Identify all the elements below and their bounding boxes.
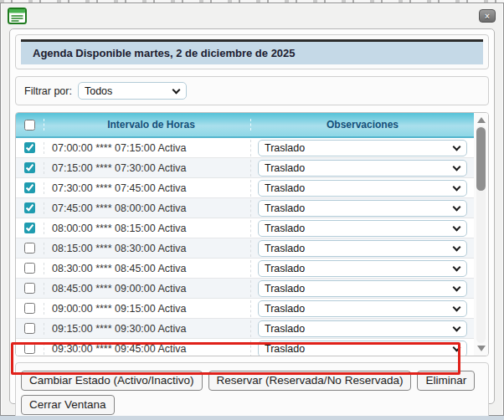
interval-text: 08:45:00 **** 09:00:00 Activa (44, 283, 250, 295)
interval-text: 09:00:00 **** 09:15:00 Activa (44, 303, 250, 315)
table-row: 07:15:00 **** 07:30:00 Activa Traslado (16, 158, 474, 178)
dialog-header-box: Agenda Disponible martes, 2 de diciembre… (15, 34, 489, 69)
scroll-up-icon[interactable] (477, 117, 486, 123)
observation-select[interactable]: Traslado (258, 280, 467, 297)
observation-select[interactable]: Traslado (258, 260, 467, 277)
interval-text: 09:15:00 **** 09:30:00 Activa (44, 323, 250, 335)
table-row: 08:00:00 **** 08:15:00 Activa Traslado (16, 218, 474, 238)
page-title: Agenda Disponible martes, 2 de diciembre… (21, 39, 483, 64)
table-row: 09:00:00 **** 09:15:00 Activa Traslado (16, 299, 474, 319)
row-checkbox[interactable] (24, 243, 35, 254)
table-row: 07:45:00 **** 08:00:00 Activa Traslado (16, 198, 474, 218)
table-row: 07:30:00 **** 07:45:00 Activa Traslado (16, 178, 474, 198)
close-icon[interactable]: × (479, 9, 496, 23)
row-checkbox[interactable] (24, 142, 35, 153)
agenda-window: × Agenda Disponible martes, 2 de diciemb… (0, 3, 504, 416)
filter-select[interactable]: Todos (78, 82, 187, 100)
scrollbar[interactable] (474, 113, 488, 356)
interval-text: 08:15:00 **** 08:30:00 Activa (44, 243, 250, 254)
actions-box: Cambiar Estado (Activo/Inactivo) Reserva… (15, 362, 489, 420)
observation-select[interactable]: Traslado (258, 180, 467, 197)
observation-select-wrap: Traslado (258, 140, 467, 156)
observation-select-wrap: Traslado (258, 280, 467, 297)
observation-select[interactable]: Traslado (258, 200, 467, 217)
observation-select[interactable]: Traslado (258, 320, 467, 337)
observation-select[interactable]: Traslado (258, 140, 467, 156)
observation-select-wrap: Traslado (258, 200, 467, 217)
filter-label: Filtrar por: (24, 85, 72, 97)
observation-select-wrap: Traslado (258, 220, 467, 237)
interval-text: 09:30:00 **** 09:45:00 Activa (44, 343, 250, 355)
observation-select-wrap: Traslado (258, 341, 467, 356)
row-checkbox[interactable] (24, 202, 35, 213)
observation-select[interactable]: Traslado (258, 160, 467, 177)
scrollbar-thumb[interactable] (476, 127, 486, 191)
observation-select-wrap: Traslado (258, 240, 467, 257)
observation-select-wrap: Traslado (258, 180, 467, 197)
cerrar-row: Cerrar Ventana (21, 395, 483, 415)
table-row: 09:30:00 **** 09:45:00 Activa Traslado (16, 339, 474, 356)
agenda-dialog: Agenda Disponible martes, 2 de diciembre… (9, 28, 495, 404)
screenshot-root: × Agenda Disponible martes, 2 de diciemb… (0, 0, 504, 420)
table-body: 07:00:00 **** 07:15:00 Activa Traslado 0… (16, 138, 474, 356)
row-checkbox[interactable] (24, 303, 35, 314)
interval-text: 07:30:00 **** 07:45:00 Activa (44, 182, 250, 194)
observation-select-wrap: Traslado (258, 300, 467, 317)
cerrar-ventana-button[interactable]: Cerrar Ventana (21, 395, 115, 415)
interval-text: 08:30:00 **** 08:45:00 Activa (44, 263, 250, 274)
reservar-button[interactable]: Reservar (Reservada/No Reservada) (208, 371, 412, 391)
row-checkbox[interactable] (24, 162, 35, 173)
table-row: 08:15:00 **** 08:30:00 Activa Traslado (16, 238, 474, 259)
table-header-row: Intervalo de Horas Observaciones (16, 113, 474, 138)
table-row: 08:30:00 **** 08:45:00 Activa Traslado (16, 259, 474, 279)
observation-select-wrap: Traslado (258, 260, 467, 277)
observation-select[interactable]: Traslado (258, 220, 467, 237)
row-checkbox[interactable] (24, 223, 35, 233)
row-checkbox[interactable] (24, 343, 35, 354)
observation-select-wrap: Traslado (258, 160, 467, 177)
observation-select[interactable]: Traslado (258, 300, 467, 317)
row-checkbox[interactable] (24, 323, 35, 334)
observation-select[interactable]: Traslado (258, 341, 467, 356)
agenda-window-icon (8, 8, 27, 24)
column-header-intervalo: Intervalo de Horas (44, 119, 250, 131)
scroll-down-icon[interactable] (477, 346, 486, 351)
filter-select-wrap: Todos (78, 82, 187, 100)
window-titlebar: × (1, 3, 503, 26)
interval-text: 07:45:00 **** 08:00:00 Activa (44, 202, 250, 214)
observation-select[interactable]: Traslado (258, 240, 467, 257)
table-row: 08:45:00 **** 09:00:00 Activa Traslado (16, 279, 474, 299)
cambiar-estado-button[interactable]: Cambiar Estado (Activo/Inactivo) (21, 371, 203, 391)
interval-text: 07:15:00 **** 07:30:00 Activa (44, 162, 250, 174)
agenda-grid: Intervalo de Horas Observaciones 07:00:0… (16, 113, 474, 356)
row-checkbox[interactable] (24, 283, 35, 294)
table-row: 07:00:00 **** 07:15:00 Activa Traslado (16, 138, 474, 158)
interval-text: 07:00:00 **** 07:15:00 Activa (44, 142, 250, 154)
filter-bar: Filtrar por: Todos (15, 76, 489, 105)
row-checkbox[interactable] (24, 182, 35, 193)
scrollbar-track[interactable] (476, 125, 486, 343)
observation-select-wrap: Traslado (258, 320, 467, 337)
action-button-row: Cambiar Estado (Activo/Inactivo) Reserva… (21, 371, 483, 391)
row-checkbox[interactable] (24, 263, 35, 274)
select-all-checkbox[interactable] (24, 120, 35, 131)
table-row: 09:15:00 **** 09:30:00 Activa Traslado (16, 319, 474, 339)
column-header-observaciones: Observaciones (250, 119, 474, 131)
background-page-bottom-strip (0, 416, 504, 420)
eliminar-button[interactable]: Eliminar (417, 371, 475, 391)
agenda-table: Intervalo de Horas Observaciones 07:00:0… (15, 112, 489, 356)
interval-text: 08:00:00 **** 08:15:00 Activa (44, 223, 250, 234)
